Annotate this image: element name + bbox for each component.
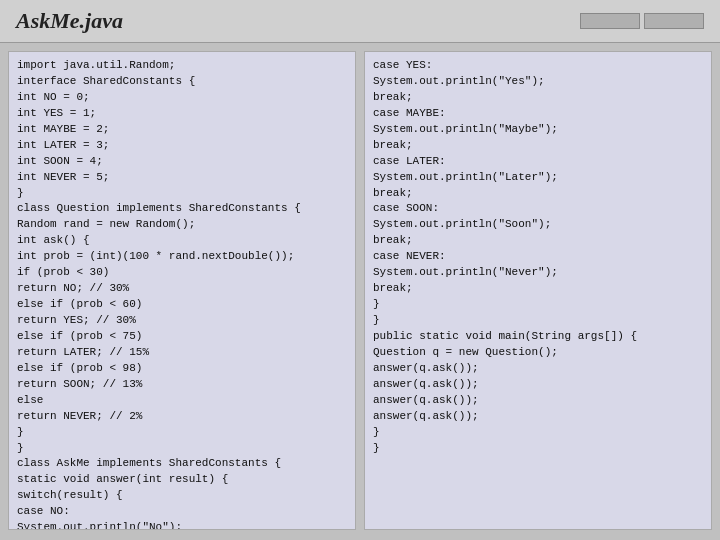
title-btn-1[interactable]	[580, 13, 640, 29]
title-bar: AskMe.java	[0, 0, 720, 43]
content-area: import java.util.Random; interface Share…	[0, 43, 720, 538]
code-panel-right: case YES: System.out.println("Yes"); bre…	[364, 51, 712, 530]
code-panel-left: import java.util.Random; interface Share…	[8, 51, 356, 530]
title-btn-2[interactable]	[644, 13, 704, 29]
code-left: import java.util.Random; interface Share…	[17, 58, 347, 530]
code-right: case YES: System.out.println("Yes"); bre…	[373, 58, 703, 456]
page-title: AskMe.java	[16, 8, 123, 34]
title-bar-buttons	[580, 13, 704, 29]
